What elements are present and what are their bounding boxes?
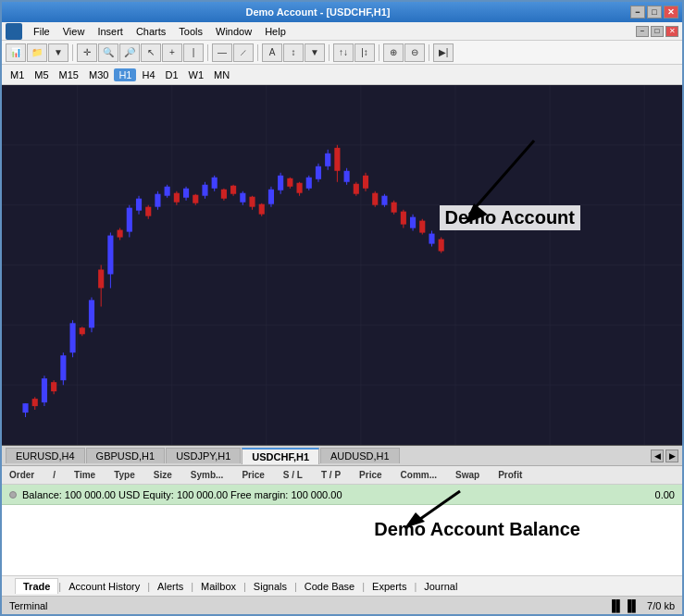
toolbar-dropdown2[interactable]: ▼ — [305, 43, 325, 62]
chart-tabs-bar: EURUSD,H4 GBPUSD,H1 USDJPY,H1 USDCHF,H1 … — [2, 446, 682, 466]
tab-trade[interactable]: Trade — [15, 578, 58, 594]
svg-rect-92 — [392, 203, 397, 213]
tf-d1[interactable]: D1 — [161, 68, 183, 81]
chart-tab-usdjpy[interactable]: USDJPY,H1 — [166, 448, 241, 463]
toolbar-period-sep[interactable]: |↕ — [354, 43, 375, 62]
timeframe-bar: M1 M5 M15 M30 H1 H4 D1 W1 MN — [2, 65, 682, 85]
toolbar-select[interactable]: ↖ — [141, 43, 161, 62]
tf-m5[interactable]: M5 — [30, 68, 53, 81]
svg-rect-56 — [221, 190, 227, 199]
outer-close[interactable]: ✕ — [665, 26, 678, 37]
chart-tab-eurusd[interactable]: EURUSD,H4 — [6, 448, 85, 463]
terminal-content: Demo Account Balance — [2, 505, 682, 575]
tf-h4[interactable]: H4 — [137, 68, 159, 81]
maximize-button[interactable]: □ — [647, 6, 662, 18]
menu-tools[interactable]: Tools — [173, 24, 208, 39]
svg-rect-96 — [410, 217, 416, 228]
chart-tab-usdchf[interactable]: USDCHF,H1 — [242, 448, 319, 464]
svg-rect-94 — [401, 212, 406, 225]
svg-rect-80 — [334, 148, 340, 171]
toolbar-zoom1[interactable]: ⊕ — [383, 43, 404, 62]
demo-account-arrow — [441, 131, 553, 242]
svg-rect-36 — [127, 208, 132, 232]
toolbar-1: 📊 📁 ▼ ✛ 🔍 🔎 ↖ + | — ⟋ A ↕ ▼ ↑↓ |↕ — [2, 41, 682, 65]
col-comm: Comm... — [401, 470, 437, 480]
svg-rect-76 — [316, 166, 321, 179]
toolbar-fib[interactable]: ⟋ — [233, 43, 254, 62]
menu-charts[interactable]: Charts — [131, 24, 171, 39]
toolbar-open[interactable]: 📁 — [27, 43, 47, 62]
tab-mailbox[interactable]: Mailbox — [193, 579, 243, 594]
svg-rect-98 — [419, 221, 425, 233]
toolbar-zoom-out[interactable]: 🔎 — [119, 43, 140, 62]
minimize-button[interactable]: − — [630, 6, 645, 18]
tf-m15[interactable]: M15 — [55, 68, 83, 81]
toolbar-zoom2[interactable]: ⊖ — [404, 43, 425, 62]
chart-area[interactable]: Demo Account — [2, 85, 682, 446]
toolbar-crosshair[interactable]: ✛ — [77, 43, 97, 62]
close-button[interactable]: ✕ — [664, 6, 678, 18]
candlestick-chart — [2, 85, 682, 445]
menu-help[interactable]: Help — [259, 24, 292, 39]
col-sl: S / L — [283, 470, 303, 480]
balance-profit: 0.00 — [655, 489, 675, 500]
outer-minimize[interactable]: − — [636, 26, 649, 37]
tf-mn[interactable]: MN — [209, 68, 234, 81]
svg-rect-82 — [344, 171, 350, 182]
outer-maximize[interactable]: □ — [651, 26, 664, 37]
svg-rect-74 — [306, 178, 312, 189]
menu-insert[interactable]: Insert — [92, 24, 129, 39]
col-type: Type — [114, 470, 135, 480]
toolbar-zoom-in[interactable]: 🔍 — [98, 43, 118, 62]
chart-tab-prev[interactable]: ◀ — [651, 450, 664, 462]
tf-w1[interactable]: W1 — [184, 68, 209, 81]
svg-rect-14 — [22, 403, 28, 413]
tab-account-history[interactable]: Account History — [61, 579, 147, 594]
balance-text: Balance: 100 000.00 USD Equity: 100 000.… — [22, 489, 655, 500]
status-terminal-label: Terminal — [9, 600, 48, 611]
svg-rect-90 — [381, 196, 387, 205]
chart-tab-next[interactable]: ▶ — [665, 450, 678, 462]
col-price: Price — [242, 470, 264, 480]
toolbar-line2[interactable]: — — [212, 43, 232, 62]
tab-codebase[interactable]: Code Base — [297, 579, 362, 594]
chart-tab-gbpusd[interactable]: GBPUSD,H1 — [86, 448, 166, 463]
svg-rect-38 — [136, 199, 142, 211]
menu-view[interactable]: View — [57, 24, 91, 39]
svg-rect-52 — [202, 185, 207, 196]
toolbar-new-chart[interactable]: 📊 — [6, 43, 26, 62]
tab-alerts[interactable]: Alerts — [150, 579, 191, 594]
title-bar: Demo Account - [USDCHF,H1] − □ ✕ — [2, 2, 682, 22]
chart-tab-audusd[interactable]: AUDUSD,H1 — [320, 448, 400, 463]
svg-rect-68 — [278, 176, 283, 191]
status-kb: 7/0 kb — [647, 600, 675, 611]
menu-window[interactable]: Window — [210, 24, 257, 39]
tf-h1[interactable]: H1 — [114, 68, 136, 81]
col-size: Size — [154, 470, 172, 480]
svg-rect-54 — [212, 178, 218, 189]
window-title: Demo Account - [USDCHF,H1] — [6, 6, 630, 18]
toolbar-indicators[interactable]: ↑↓ — [333, 43, 354, 62]
menu-file[interactable]: File — [28, 24, 56, 39]
balance-row: Balance: 100 000.00 USD Equity: 100 000.… — [2, 485, 682, 505]
tf-m30[interactable]: M30 — [84, 68, 113, 81]
svg-line-103 — [469, 141, 534, 215]
toolbar-dropdown1[interactable]: ▼ — [48, 43, 68, 62]
svg-rect-32 — [107, 236, 113, 275]
tab-experts[interactable]: Experts — [365, 579, 414, 594]
toolbar-line[interactable]: + — [162, 43, 182, 62]
svg-rect-44 — [165, 187, 170, 196]
tf-m1[interactable]: M1 — [6, 68, 29, 81]
toolbar-vline[interactable]: | — [183, 43, 204, 62]
tab-signals[interactable]: Signals — [246, 579, 294, 594]
svg-marker-106 — [404, 512, 425, 528]
svg-rect-40 — [145, 207, 151, 216]
status-bar-right: ▐▌▐▌ 7/0 kb — [608, 599, 675, 612]
terminal-columns: Order / Time Type Size Symb... Price S /… — [2, 466, 682, 485]
toolbar-arrow[interactable]: ↕ — [283, 43, 304, 62]
toolbar-text[interactable]: A — [262, 43, 282, 62]
tab-journal[interactable]: Journal — [417, 579, 465, 594]
chart-tab-nav: ◀ ▶ — [651, 450, 678, 462]
svg-rect-64 — [259, 204, 265, 215]
toolbar-scroll[interactable]: ▶| — [433, 43, 454, 62]
